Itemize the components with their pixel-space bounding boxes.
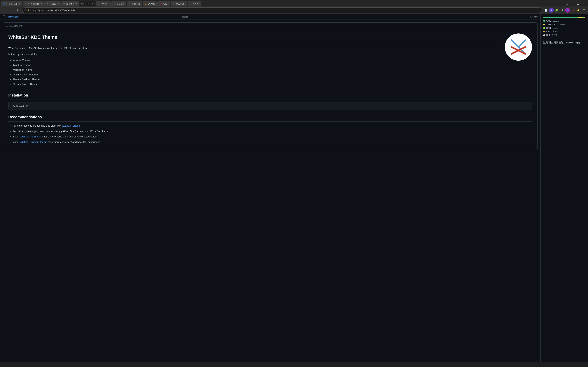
navigation-bar: ← → ↻ 🛡 🔒 ≡ https://github.com/vinceliui… <box>0 7 588 14</box>
tab-label: 新标签页 <box>66 2 75 5</box>
minimize-button[interactable]: ─ <box>569 1 574 7</box>
pocket-button[interactable]: ⬇ <box>560 8 564 13</box>
file-row: uninstitutish update last year <box>0 14 540 20</box>
language-list: QML82.3%JavaScript10.0%Shell3.6%Latte3.1… <box>543 19 585 36</box>
tab-tab-depth[interactable]: 深深度系统... <box>171 1 187 7</box>
lang-dot <box>543 34 545 36</box>
tab-favicon: IT <box>159 2 162 5</box>
list-item: Plasma Color Scheme <box>12 73 501 77</box>
extensions-button[interactable]: 🧩 <box>554 8 559 13</box>
lang-name: Shell <box>546 27 551 29</box>
lang-pct: 10.0% <box>558 23 565 26</box>
lang-bar-segment-qml <box>543 17 578 18</box>
tab-label: 深度系统... <box>176 2 186 5</box>
rec2: Run kvantummanager to choose and apply W… <box>12 129 532 133</box>
lang-bar-segment-javascript <box>578 17 582 18</box>
installation-title: Installation <box>8 92 532 100</box>
lang-item-latte: Latte3.1% <box>543 30 585 33</box>
adblock-button[interactable]: 🛡 <box>571 8 575 13</box>
tab-tab-deepin[interactable]: ddeepin... <box>96 1 111 7</box>
readme-header: ☰ README.md <box>3 23 537 29</box>
tab-label: 知 (5 封私信 <box>28 2 39 5</box>
tab-favicon: GH <box>190 2 192 5</box>
forward-button[interactable]: → <box>9 8 14 13</box>
file-checkbox[interactable] <box>3 16 5 18</box>
tab-tab-zhihu5[interactable]: 知知 (5 封私信✕ <box>23 1 43 7</box>
tab-close-button[interactable]: ✕ <box>57 3 59 5</box>
tab-favicon: GH <box>81 2 84 5</box>
reload-button[interactable]: ↻ <box>15 8 21 13</box>
extra-button[interactable]: ⚡ <box>576 8 581 13</box>
file-time: last year <box>530 16 538 18</box>
kvantummanager-code: kvantummanager <box>18 130 39 133</box>
tab-tab-regex[interactable]: C常量表达 <box>127 1 142 7</box>
lang-name: Roff <box>546 34 550 36</box>
tab-label: deepin... <box>101 2 109 5</box>
tab-close-button[interactable]: ✕ <box>41 3 42 5</box>
new-tab-button[interactable]: + <box>559 2 564 7</box>
readme-items: Aurorae ThemeKvantum ThemeWallpaper Them… <box>8 58 501 86</box>
whitesuir-bold: WhiteSur <box>63 130 74 133</box>
recommendations-title: Recommendations <box>8 114 532 121</box>
address-bar[interactable]: 🛡 🔒 ≡ https://github.com/vinceliuice/Whi… <box>22 8 542 13</box>
right-sidebar: QML82.3%JavaScript10.0%Shell3.6%Latte3.1… <box>540 14 588 362</box>
tab-tab-github2[interactable]: GHGitHub <box>188 1 201 7</box>
verified-icon: ≡ <box>30 9 31 11</box>
tab-favicon: 知 <box>25 2 27 5</box>
tab-tab-settings[interactable]: ⚙⚙ 设置✕ <box>44 1 61 7</box>
tab-tab-newtab[interactable]: 新新标签页✕ <box>61 1 79 7</box>
tab-tab-char[interactable]: 字字面值美 <box>111 1 126 7</box>
tabs-bar: 知知 (1 封私信✕知知 (5 封私信✕⚙⚙ 设置✕新新标签页✕GHGitH..… <box>0 0 588 7</box>
content-area: uninstitutish update last year ☰ README.… <box>0 14 588 362</box>
close-window-button[interactable]: ✕ <box>581 1 586 7</box>
kde-logo-svg <box>508 37 529 57</box>
language-bar <box>543 17 585 18</box>
url-text: https://github.com/vinceliuice/WhiteSur-… <box>33 9 536 12</box>
lock-icon: 🔒 <box>27 9 30 11</box>
page-info-button[interactable]: 📄 <box>544 8 548 13</box>
tab-tab-github[interactable]: GHGitH...✕ <box>80 1 95 7</box>
lang-item-shell: Shell3.6% <box>543 27 585 29</box>
lang-item-roff: Roff1.0% <box>543 34 585 36</box>
lang-name: Latte <box>546 30 551 33</box>
lang-name: QML <box>546 19 551 22</box>
lang-dot <box>543 31 545 33</box>
tab-close-button[interactable]: ✕ <box>76 3 78 5</box>
menu-button[interactable]: ☰ <box>581 8 586 13</box>
tab-favicon: 字 <box>113 2 115 5</box>
lang-item-qml: QML82.3% <box>543 19 585 22</box>
tab-label: 知 (1 封私信 <box>7 2 17 5</box>
list-item: Wallpaper Theme <box>12 68 501 72</box>
kvantum-link[interactable]: Kvantum engine <box>62 124 80 127</box>
profile-button[interactable]: P <box>549 8 554 13</box>
icon-theme-link[interactable]: WhiteSur icon theme <box>20 135 43 138</box>
tab-more-button[interactable]: ⌄ <box>564 2 569 7</box>
github-page: uninstitutish update last year ☰ README.… <box>0 14 540 362</box>
lang-dot <box>543 27 545 29</box>
tab-label: GitH... <box>85 2 91 5</box>
back-button[interactable]: ← <box>2 8 7 13</box>
svg-line-1 <box>519 40 525 47</box>
readme-top-section: WhiteSur KDE Theme WhiteSur kde is a Mac… <box>8 33 532 88</box>
avatar-button[interactable]: 👤 <box>565 8 570 13</box>
tab-label: ⚙ 设置 <box>50 2 56 5</box>
tab-favicon: 深 <box>172 2 175 5</box>
list-item: Plasma Global Theme <box>12 82 501 86</box>
tab-close-button[interactable]: ✕ <box>92 3 94 5</box>
bookmark-icon[interactable]: ☆ <box>537 9 540 12</box>
tab-label: IT之家 <box>163 2 168 5</box>
restore-button[interactable]: ▭ <box>575 1 580 7</box>
tab-tab-it[interactable]: ITIT之家 <box>157 1 170 7</box>
lang-name: JavaScript <box>546 23 557 26</box>
lang-bar-segment-roff <box>585 17 585 18</box>
tab-close-button[interactable]: ✕ <box>19 3 20 5</box>
tab-tab-zhihu1[interactable]: 知知 (1 封私信✕ <box>1 1 22 7</box>
rec1: For better looking please use this pack … <box>12 124 532 128</box>
file-name[interactable]: uninstitutish <box>8 16 182 18</box>
cursors-link[interactable]: WhiteSur cursors theme <box>20 141 47 143</box>
window-controls: ─ ▭ ✕ <box>569 1 587 7</box>
tab-tab-qq[interactable]: QQQ邮箱 <box>143 1 157 7</box>
list-item: Aurorae Theme <box>12 58 501 62</box>
tab-label: 常量表达 <box>132 2 140 5</box>
readme-intro1: WhiteSur kde is a MacOS big sur like the… <box>8 46 501 50</box>
